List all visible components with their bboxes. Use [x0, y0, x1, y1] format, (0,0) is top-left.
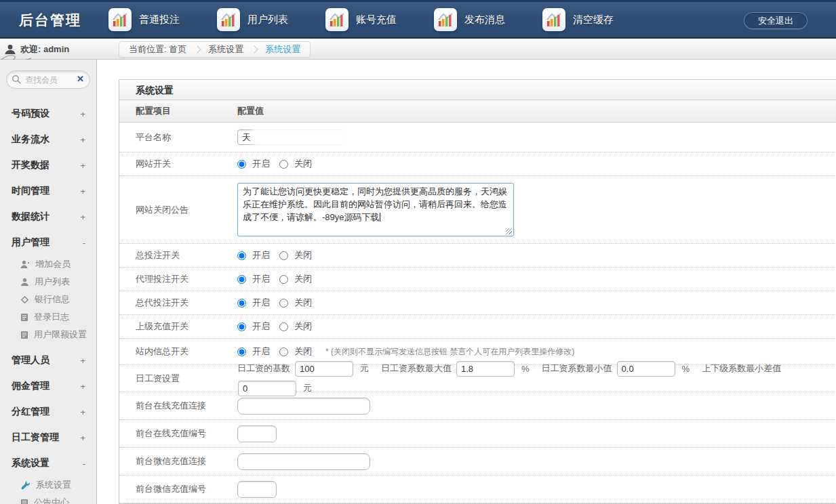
close-notice-text: 为了能让您访问更快更稳定，同时为您提供更高品质的服务，天鸿娱乐正在维护系统。因此…	[243, 186, 507, 222]
sidebar-subitem-add-member[interactable]: 增加会员	[0, 255, 96, 273]
expand-plus-icon: +	[80, 381, 85, 392]
wrench-icon	[20, 480, 31, 490]
super-agent-bet-off-radio[interactable]	[279, 299, 288, 308]
table-row: 网站开关 开启 关闭	[119, 152, 836, 176]
user-avatar-icon	[4, 43, 16, 56]
upper-recharge-on-radio[interactable]	[237, 322, 246, 331]
row-label: 日工资设置	[119, 373, 237, 385]
row-label: 前台微信充值编号	[119, 483, 237, 495]
group-label: 系统设置	[12, 457, 49, 469]
sidebar-item-commission[interactable]: 佣金管理 +	[0, 373, 96, 399]
online-recharge-link-input[interactable]	[237, 398, 370, 415]
site-switch-on-radio[interactable]	[237, 160, 246, 169]
radio-off-label: 关闭	[294, 273, 312, 285]
radio-off-label: 关闭	[294, 345, 312, 358]
nav-item-normal-bet[interactable]: 普通投注	[108, 2, 217, 37]
close-notice-textarea[interactable]: 为了能让您访问更快更稳定，同时为您提供更高品质的服务，天鸿娱乐正在维护系统。因此…	[237, 183, 514, 236]
sidebar-item-dividend[interactable]: 分红管理 +	[0, 399, 96, 425]
nav-item-label: 普通投注	[139, 14, 180, 26]
wage-max-label: 日工资系数最大值	[381, 362, 452, 375]
row-label: 总投注开关	[119, 249, 237, 261]
table-row: 总投注开关 开启 关闭	[119, 244, 836, 268]
sidebar-item-user-management[interactable]: 用户管理 -	[0, 230, 96, 255]
nav-item-user-list[interactable]: 用户列表	[217, 2, 325, 37]
sidebar-subitem-system-settings[interactable]: 系统设置	[0, 476, 96, 494]
group-label: 号码预设	[12, 108, 49, 120]
radio-off-label: 关闭	[294, 249, 312, 261]
nav-item-label: 发布消息	[464, 14, 505, 26]
breadcrumb-home[interactable]: 当前位置: 首页	[129, 43, 186, 56]
user-icon	[20, 278, 29, 287]
site-message-off-radio[interactable]	[279, 348, 288, 356]
collapse-minus-icon: -	[83, 238, 85, 248]
chart-icon	[542, 8, 565, 31]
row-label: 总代投注开关	[119, 297, 237, 309]
wage-min-unit: %	[682, 364, 690, 374]
table-row: 前台在线充值编号	[119, 420, 836, 448]
row-label: 网站开关	[119, 158, 237, 170]
agent-bet-off-radio[interactable]	[279, 275, 288, 284]
nav-item-publish-message[interactable]: 发布消息	[434, 2, 542, 37]
sidebar-item-lottery-data[interactable]: 开奖数据 +	[0, 152, 96, 178]
sidebar-item-daily-wage[interactable]: 日工资管理 +	[0, 425, 96, 450]
expand-plus-icon: +	[80, 186, 85, 196]
breadcrumb-level1[interactable]: 系统设置	[208, 43, 243, 56]
super-agent-bet-on-radio[interactable]	[237, 299, 246, 308]
expand-plus-icon: +	[80, 212, 85, 222]
group-label: 用户管理	[12, 236, 49, 249]
wechat-recharge-code-input[interactable]	[237, 481, 277, 498]
total-bet-on-radio[interactable]	[237, 251, 246, 260]
sidebar-subitem-user-list[interactable]: 用户列表	[0, 273, 96, 291]
platform-name-input[interactable]	[237, 129, 344, 145]
radio-off-label: 关闭	[294, 297, 312, 309]
upper-recharge-off-radio[interactable]	[279, 322, 288, 331]
table-row: 平台名称	[119, 123, 836, 152]
sidebar: ✕ 号码预设 + 业务流水 + 开奖数据 + 时间管理 + 数据统计 +	[0, 60, 97, 504]
sidebar-subitem-user-limit[interactable]: 用户限额设置	[0, 326, 96, 343]
chart-icon	[108, 8, 132, 31]
text-caret	[380, 213, 380, 222]
group-label: 佣金管理	[12, 380, 49, 392]
resize-grip-icon[interactable]	[506, 228, 512, 234]
online-recharge-code-input[interactable]	[237, 425, 277, 442]
logout-button[interactable]: 安全退出	[744, 12, 808, 29]
wage-base-input[interactable]	[295, 361, 353, 377]
table-row: 网站关闭公告 为了能让您访问更快更稳定，同时为您提供更高品质的服务，天鸿娱乐正在…	[119, 176, 836, 244]
nav-item-clear-cache[interactable]: 清空缓存	[542, 2, 651, 37]
sidebar-item-admin-staff[interactable]: 管理人员 +	[0, 348, 96, 373]
clear-search-icon[interactable]: ✕	[77, 74, 84, 85]
wage-base-unit: 元	[360, 362, 369, 375]
limit-document-icon	[20, 331, 28, 339]
table-row: 上级充值开关 开启 关闭	[119, 315, 836, 339]
main-content: 系统设置 配置项目 配置值 平台名称 网站开关	[98, 60, 836, 504]
wage-max-input[interactable]	[456, 361, 515, 377]
nav-item-label: 清空缓存	[573, 14, 614, 26]
total-bet-off-radio[interactable]	[279, 251, 288, 260]
row-label: 上级充值开关	[119, 320, 237, 333]
wechat-recharge-link-input[interactable]	[237, 453, 370, 470]
sidebar-item-statistics[interactable]: 数据统计 +	[0, 204, 96, 230]
agent-bet-on-radio[interactable]	[237, 275, 246, 284]
search-icon	[12, 75, 22, 85]
sidebar-item-business-flow[interactable]: 业务流水 +	[0, 127, 96, 152]
group-label: 数据统计	[12, 211, 49, 223]
site-switch-off-radio[interactable]	[279, 160, 288, 169]
sidebar-subitem-bank-info[interactable]: 银行信息	[0, 291, 96, 308]
sidebar-subitem-notice-center[interactable]: 公告中心	[0, 494, 96, 504]
expand-plus-icon: +	[80, 407, 85, 417]
sidebar-subitem-login-log[interactable]: 登录日志	[0, 308, 96, 326]
radio-on-label: 开启	[252, 158, 270, 170]
radio-off-label: 关闭	[294, 320, 312, 333]
sidebar-item-time-management[interactable]: 时间管理 +	[0, 178, 96, 204]
group-label: 分红管理	[12, 406, 49, 418]
breadcrumb-current: 系统设置	[265, 43, 300, 56]
sidebar-item-number-preset[interactable]: 号码预设 +	[0, 101, 96, 127]
subitem-label: 用户限额设置	[34, 329, 87, 341]
nav-item-account-recharge[interactable]: 账号充值	[325, 2, 434, 37]
wage-diff-input[interactable]	[238, 381, 296, 396]
subitem-label: 登录日志	[34, 311, 69, 323]
wage-min-input[interactable]	[617, 361, 675, 377]
table-row: 代理投注开关 开启 关闭	[119, 268, 836, 291]
site-message-on-radio[interactable]	[237, 348, 246, 356]
sidebar-item-system-settings[interactable]: 系统设置 -	[0, 450, 96, 476]
